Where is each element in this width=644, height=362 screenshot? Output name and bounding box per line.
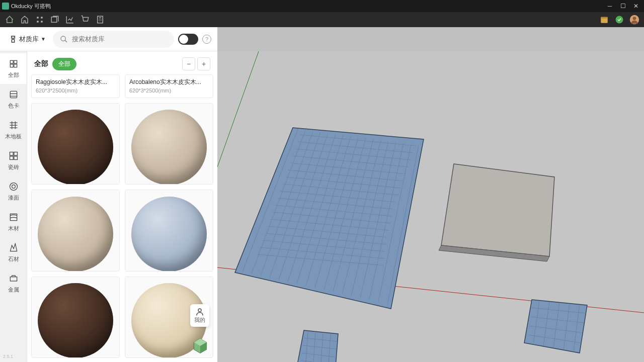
material-grid[interactable]: Raggiosole实木木皮实木...620*3*2500(mm)Arcobal… [27,74,217,362]
material-card[interactable]: Raggiosole实木木皮实木...620*3*2500(mm) [31,74,120,98]
svg-rect-14 [10,64,13,67]
search-input[interactable] [72,35,167,43]
material-sphere-icon [38,197,113,272]
3d-viewport[interactable] [217,51,644,362]
material-name: Raggiosole实木木皮实木... [36,78,115,86]
material-card[interactable]: Arcobaleno实木木皮实木...620*3*2500(mm) [125,74,213,98]
material-dims: 620*3*2500(mm) [129,87,209,94]
tile-small-1[interactable] [297,330,338,362]
svg-rect-16 [10,91,17,98]
maximize-button[interactable]: ☐ [617,1,629,11]
main-toolbar [0,12,644,27]
collapse-button[interactable]: − [182,57,195,70]
svg-rect-15 [14,64,17,67]
filter-pill[interactable]: 全部 [52,58,76,70]
svg-point-1 [41,17,43,19]
svg-point-0 [37,17,39,19]
layers-button[interactable] [48,13,61,26]
app-title: Okducky 可搭鸭 [11,3,51,10]
svg-rect-18 [14,152,17,156]
category-木地板[interactable]: 木地板 [0,115,27,145]
my-materials-button[interactable]: 我的 [190,304,209,327]
calc-button[interactable] [94,13,107,26]
filter-heading: 全部 [34,59,48,68]
svg-point-21 [10,183,17,191]
library-selector[interactable]: 材质库 ▼ [6,33,49,46]
panel-grey[interactable] [441,164,554,256]
material-sphere-icon [38,283,113,358]
material-sphere-icon [38,110,113,185]
cart-button[interactable] [78,13,92,26]
category-icon [8,89,19,100]
expand-button[interactable]: + [197,57,210,70]
calendar-button[interactable] [598,13,611,26]
help-button[interactable]: ? [202,35,211,44]
orientation-cube[interactable] [191,337,209,355]
svg-point-3 [41,21,43,23]
svg-line-28 [217,51,268,167]
svg-point-22 [12,185,15,189]
chevron-down-icon: ▼ [41,36,46,42]
version-label: 2.5.1 [0,351,27,362]
category-sidebar: 全部色卡木地板瓷砖漆面木材石材金属 2.5.1 [0,51,27,362]
category-石材[interactable]: 石材 [0,237,27,268]
category-金属[interactable]: 金属 [0,268,27,299]
svg-rect-13 [14,60,17,63]
svg-rect-20 [14,156,17,160]
svg-rect-7 [601,17,608,19]
svg-rect-19 [10,156,13,160]
grid-button[interactable] [33,13,46,26]
close-button[interactable]: ✕ [630,1,642,11]
app-logo-icon [2,3,9,10]
svg-rect-4 [51,17,57,23]
material-card[interactable]: MaritimePine实木木皮实木...620*3*2500(mm) [31,103,120,185]
svg-rect-23 [10,277,17,281]
material-name: Arcobaleno实木木皮实木... [129,78,209,86]
svg-point-11 [61,36,65,41]
category-icon [8,273,19,284]
person-icon [195,307,204,316]
material-card[interactable]: SandErable实木木皮实木...640*3*2500(mm) [31,190,120,271]
category-icon [8,212,19,223]
material-sphere-icon [131,197,207,272]
category-icon [8,150,19,161]
material-card[interactable]: AshVavona实木木皮实木...640*3*2500(mm) [125,103,213,185]
category-色卡[interactable]: 色卡 [0,84,27,115]
svg-rect-5 [98,16,103,23]
titlebar: Okducky 可搭鸭 ─ ☐ ✕ [0,0,644,12]
search-field[interactable] [53,31,174,48]
category-icon [8,120,19,131]
house-button[interactable] [18,13,31,26]
svg-rect-12 [10,60,13,63]
svg-rect-17 [10,152,13,156]
search-icon [60,35,68,43]
minimize-button[interactable]: ─ [604,1,616,11]
home-button[interactable] [3,13,16,26]
paint-icon [9,35,17,43]
svg-point-10 [633,17,636,20]
material-dims: 620*3*2500(mm) [36,87,115,94]
avatar-button[interactable] [628,13,641,26]
category-icon [8,242,19,253]
view-toggle[interactable] [178,34,198,45]
category-瓷砖[interactable]: 瓷砖 [0,145,27,176]
category-icon [8,58,19,69]
category-漆面[interactable]: 漆面 [0,176,27,207]
chart-button[interactable] [63,13,76,26]
searchbar: 材质库 ▼ ? [0,27,217,51]
svg-point-8 [616,16,623,24]
library-label: 材质库 [19,35,39,44]
category-木材[interactable]: 木材 [0,207,27,237]
material-sphere-icon [131,110,207,185]
svg-point-2 [37,21,39,23]
verified-button[interactable] [613,13,626,26]
material-card[interactable]: 亮光拉槽瓷片砖陶瓷浅蓝色100*10*100(mm) [125,190,213,271]
material-panel: 全部 全部 − + Raggiosole实木木皮实木...620*3*2500(… [27,51,217,362]
category-全部[interactable]: 全部 [0,53,27,84]
svg-point-24 [198,309,201,312]
category-icon [8,181,19,192]
material-card[interactable] [31,277,120,358]
